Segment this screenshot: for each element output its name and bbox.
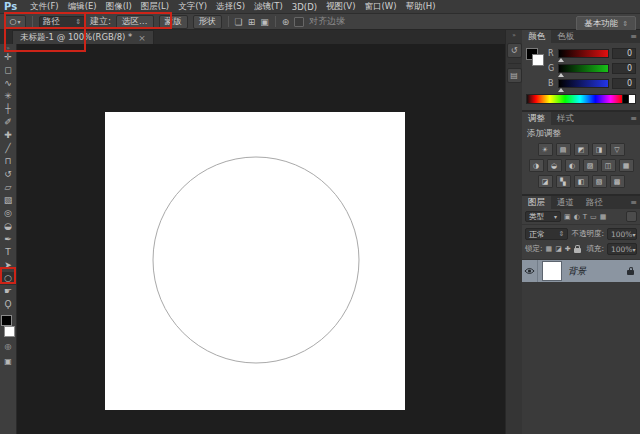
- background-color-swatch[interactable]: [532, 54, 544, 66]
- make-mask-button[interactable]: 蒙版: [159, 15, 188, 29]
- black-white-icon[interactable]: ◐: [565, 159, 580, 172]
- foreground-color-swatch[interactable]: [1, 315, 12, 326]
- path-operations-icon[interactable]: ❏: [235, 17, 243, 27]
- eraser-tool[interactable]: ▱: [0, 181, 16, 194]
- filter-pixel-layers-icon[interactable]: ▣: [564, 213, 571, 221]
- background-color-swatch[interactable]: [4, 326, 15, 337]
- tool-mode-select[interactable]: 路径 ⇕: [39, 16, 85, 28]
- layers-empty-area[interactable]: [522, 282, 640, 434]
- screen-mode-button[interactable]: ▣: [0, 355, 16, 367]
- blue-value-field[interactable]: 0: [612, 78, 636, 89]
- document-tab[interactable]: 未标题-1 @ 100%(RGB/8) * ×: [12, 30, 154, 44]
- tab-channels[interactable]: 通道: [551, 196, 580, 209]
- type-tool[interactable]: T: [0, 246, 16, 259]
- brightness-contrast-icon[interactable]: ☀: [538, 143, 553, 156]
- path-selection-tool[interactable]: ➤: [0, 259, 16, 272]
- gradient-tool[interactable]: ▧: [0, 194, 16, 207]
- red-slider[interactable]: [558, 49, 609, 58]
- lock-position-icon[interactable]: ✚: [565, 245, 571, 253]
- lock-all-icon[interactable]: [574, 248, 581, 253]
- history-brush-tool[interactable]: ↺: [0, 168, 16, 181]
- tab-layers[interactable]: 图层: [522, 196, 551, 209]
- color-swatches-widget[interactable]: [526, 48, 544, 66]
- channel-mixer-icon[interactable]: ◫: [601, 159, 616, 172]
- exposure-icon[interactable]: ◨: [592, 143, 607, 156]
- layer-name[interactable]: 背景: [568, 265, 586, 278]
- close-icon[interactable]: ×: [138, 33, 146, 43]
- blue-slider[interactable]: [558, 79, 609, 88]
- make-selection-button[interactable]: 选区…: [116, 15, 154, 29]
- panel-menu-icon[interactable]: ≡: [630, 114, 637, 123]
- collapsed-properties-panel-button[interactable]: ▤: [507, 68, 522, 83]
- align-edges-checkbox[interactable]: [294, 17, 304, 27]
- filter-type-layers-icon[interactable]: T: [583, 213, 587, 221]
- slider-marker[interactable]: [558, 73, 564, 77]
- background-layer-row[interactable]: 背景: [522, 260, 640, 282]
- canvas[interactable]: [105, 112, 405, 410]
- healing-brush-tool[interactable]: ✚: [0, 129, 16, 142]
- tool-preset-dropdown[interactable]: ○ ▾: [4, 15, 26, 29]
- path-arrangement-icon[interactable]: ▣: [260, 17, 269, 27]
- blend-mode-select[interactable]: 正常 ⇕: [525, 228, 568, 240]
- filter-toggle-switch[interactable]: [626, 211, 637, 222]
- slider-marker[interactable]: [558, 88, 564, 92]
- ellipse-shape-tool[interactable]: ○: [0, 272, 16, 285]
- tab-styles[interactable]: 样式: [551, 112, 580, 125]
- red-value-field[interactable]: 0: [612, 48, 636, 59]
- workspace-switcher-button[interactable]: 基本功能 ⇕: [576, 16, 636, 31]
- white-ramp-swatch[interactable]: [628, 94, 636, 104]
- crop-tool[interactable]: ┼: [0, 103, 16, 116]
- invert-icon[interactable]: ◪: [538, 175, 553, 188]
- collapse-toolbar-icon[interactable]: »: [6, 44, 10, 51]
- color-swatches-widget[interactable]: [0, 315, 16, 337]
- opacity-field[interactable]: 100% ▾: [607, 228, 637, 240]
- menu-image[interactable]: 图像(I): [106, 1, 132, 13]
- menu-3d[interactable]: 3D(D): [292, 2, 317, 12]
- pasteboard[interactable]: [17, 44, 505, 434]
- layer-thumbnail[interactable]: [542, 261, 562, 281]
- selective-color-icon[interactable]: ▩: [610, 175, 625, 188]
- tab-adjustments[interactable]: 调整: [522, 112, 551, 125]
- filter-shape-layers-icon[interactable]: ▭: [590, 213, 597, 221]
- brush-tool[interactable]: ╱: [0, 142, 16, 155]
- filter-adjustment-layers-icon[interactable]: ◐: [574, 213, 580, 221]
- menu-window[interactable]: 窗口(W): [364, 1, 396, 13]
- gear-icon[interactable]: ⊛: [282, 17, 290, 27]
- layer-visibility-toggle[interactable]: [522, 260, 538, 282]
- menu-type[interactable]: 文字(Y): [178, 1, 207, 13]
- filter-smart-object-icon[interactable]: ▦: [600, 213, 607, 221]
- slider-marker[interactable]: [558, 58, 564, 62]
- photo-filter-icon[interactable]: ▨: [583, 159, 598, 172]
- make-shape-button[interactable]: 形状: [193, 15, 222, 29]
- collapsed-history-panel-button[interactable]: ↺: [507, 43, 522, 58]
- move-tool[interactable]: ✛: [0, 51, 16, 64]
- blur-tool[interactable]: ◎: [0, 207, 16, 220]
- eyedropper-tool[interactable]: ✐: [0, 116, 16, 129]
- quick-selection-tool[interactable]: ✳: [0, 90, 16, 103]
- menu-file[interactable]: 文件(F): [30, 1, 59, 13]
- menu-help[interactable]: 帮助(H): [406, 1, 436, 13]
- marquee-tool[interactable]: ◻: [0, 64, 16, 77]
- hue-saturation-icon[interactable]: ◑: [529, 159, 544, 172]
- curves-icon[interactable]: ◩: [574, 143, 589, 156]
- green-slider[interactable]: [558, 64, 609, 73]
- vibrance-icon[interactable]: ▽: [610, 143, 625, 156]
- gradient-map-icon[interactable]: ▧: [592, 175, 607, 188]
- color-lookup-icon[interactable]: ▦: [619, 159, 634, 172]
- dodge-tool[interactable]: ◒: [0, 220, 16, 233]
- menu-view[interactable]: 视图(V): [326, 1, 355, 13]
- filter-kind-select[interactable]: 类型 ▾: [525, 211, 561, 222]
- menu-filter[interactable]: 滤镜(T): [254, 1, 283, 13]
- green-value-field[interactable]: 0: [612, 63, 636, 74]
- lock-transparent-pixels-icon[interactable]: ▦: [546, 245, 553, 253]
- lasso-tool[interactable]: ∿: [0, 77, 16, 90]
- panel-menu-icon[interactable]: ≡: [630, 32, 637, 41]
- tab-paths[interactable]: 路径: [580, 196, 609, 209]
- menu-select[interactable]: 选择(S): [216, 1, 245, 13]
- color-balance-icon[interactable]: ◒: [547, 159, 562, 172]
- tab-color[interactable]: 颜色: [522, 30, 551, 43]
- tab-swatches[interactable]: 色板: [551, 30, 580, 43]
- path-alignment-icon[interactable]: ⊞: [248, 17, 256, 27]
- expand-dock-icon[interactable]: »: [512, 30, 516, 39]
- threshold-icon[interactable]: ◧: [574, 175, 589, 188]
